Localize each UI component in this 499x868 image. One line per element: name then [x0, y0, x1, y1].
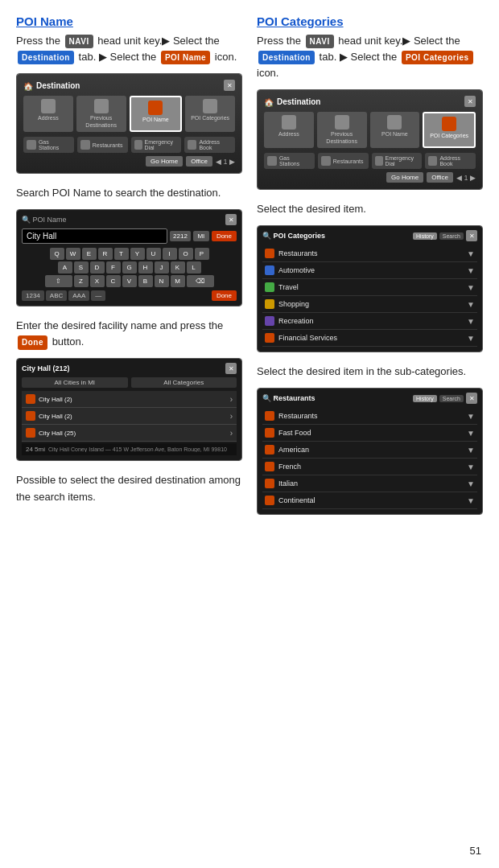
key-k[interactable]: K	[171, 261, 185, 274]
results-title: City Hall (212)	[22, 364, 70, 372]
kbd-mode-dash[interactable]: —	[91, 290, 105, 301]
poi-cat-item-restaurants[interactable]: Restaurants ▼	[262, 245, 477, 262]
key-s[interactable]: S	[74, 261, 89, 274]
recreation-color	[265, 316, 274, 326]
key-y[interactable]: Y	[130, 248, 145, 260]
key-l[interactable]: L	[187, 261, 201, 274]
filter-cities[interactable]: All Cities in MI	[22, 377, 128, 388]
key-m[interactable]: M	[171, 275, 185, 287]
sub-cat-close-btn[interactable]	[466, 393, 477, 404]
result-arrow-2: ›	[230, 412, 233, 421]
results-filters: All Cities in MI All Categories	[22, 377, 237, 388]
key-q[interactable]: Q	[50, 248, 64, 260]
kbd-mode-abc[interactable]: ABC	[46, 290, 67, 301]
poi-cat-tab-history[interactable]: History	[413, 232, 437, 240]
key-w[interactable]: W	[66, 248, 80, 260]
poi-cat-item-financial[interactable]: Financial Services ▼	[262, 330, 477, 347]
emergency-btn[interactable]: Emergency Dial	[131, 137, 182, 153]
result-item-1[interactable]: City Hall (2) ›	[22, 391, 237, 408]
right-go-home-btn[interactable]: Go Home	[386, 172, 423, 183]
key-v[interactable]: V	[122, 275, 137, 287]
poi-cat-tab-search[interactable]: Search	[439, 232, 464, 240]
dest-icon-poi-cat[interactable]: POI Categories	[185, 96, 235, 132]
right-para1-mid: head unit key.▶ Select the	[338, 35, 460, 47]
right-icon-poi-cat[interactable]: POI Categories	[423, 112, 476, 148]
sub-cat-item-american[interactable]: American ▼	[262, 442, 477, 459]
restaurants-btn[interactable]: Restaurants	[77, 137, 128, 153]
key-c[interactable]: C	[106, 275, 121, 287]
go-home-btn[interactable]: Go Home	[146, 156, 183, 167]
kbd-mode-num[interactable]: 1234	[22, 290, 44, 301]
dest-icon-poi-name[interactable]: POI Name	[130, 96, 183, 132]
right-dest-title: Destination	[277, 97, 320, 106]
sub-continental-arrow: ▼	[467, 496, 475, 505]
right-emergency-btn[interactable]: Emergency Dial	[372, 153, 423, 169]
sub-cat-tab-search[interactable]: Search	[439, 395, 464, 402]
right-office-btn[interactable]: Office	[427, 172, 453, 183]
left-dest-screen: Destination Address Previous Destination…	[17, 74, 241, 173]
right-close-icon	[468, 98, 473, 105]
poi-cat-item-recreation[interactable]: Recreation ▼	[262, 313, 477, 330]
kbd-header: 🔍 POI Name	[22, 214, 237, 225]
poi-cat-item-shopping[interactable]: Shopping ▼	[262, 296, 477, 313]
dest-icon-address[interactable]: Address	[23, 96, 73, 132]
kbd-done-btn-2[interactable]: Done	[212, 290, 237, 301]
key-z[interactable]: Z	[74, 275, 89, 287]
right-icon-poi-name[interactable]: POI Name	[370, 112, 420, 148]
poi-cat-item-travel[interactable]: Travel ▼	[262, 279, 477, 296]
key-i[interactable]: I	[163, 248, 177, 260]
result-item-2[interactable]: City Hall (2) ›	[22, 408, 237, 425]
right-dest-close-btn[interactable]	[464, 96, 476, 107]
key-backspace[interactable]: ⌫	[187, 275, 214, 287]
address-book-btn[interactable]: Address Book	[184, 137, 235, 153]
key-p[interactable]: P	[195, 248, 209, 260]
key-x[interactable]: X	[90, 275, 105, 287]
sub-cat-tab-history[interactable]: History	[413, 395, 437, 402]
key-e[interactable]: E	[82, 248, 97, 260]
right-gas-stations-btn[interactable]: Gas Stations	[264, 153, 315, 169]
key-h[interactable]: H	[138, 261, 153, 274]
right-para1-post: tab. ▶ Select the	[320, 51, 400, 63]
right-icon-prev-dest[interactable]: Previous Destinations	[317, 112, 367, 148]
left-para2: Search POI Name to search the destinatio…	[16, 185, 242, 201]
key-r[interactable]: R	[98, 248, 113, 260]
kbd-input[interactable]: City Hall	[22, 228, 167, 244]
dest-icon-prev-dest[interactable]: Previous Destinations	[76, 96, 126, 132]
key-a[interactable]: A	[58, 261, 72, 274]
key-b[interactable]: B	[138, 275, 153, 287]
key-j[interactable]: J	[155, 261, 169, 274]
sub-cat-item-restaurants[interactable]: Restaurants ▼	[262, 408, 477, 425]
right-para1-end: icon.	[257, 67, 278, 79]
key-f[interactable]: F	[106, 261, 121, 274]
results-header: City Hall (212)	[22, 363, 237, 374]
office-btn[interactable]: Office	[186, 156, 212, 167]
sub-cat-item-french[interactable]: French ▼	[262, 459, 477, 475]
poi-cat-item-automotive[interactable]: Automotive ▼	[262, 262, 477, 279]
results-close-btn[interactable]	[225, 363, 237, 374]
left-para1-pre: Press the	[16, 35, 60, 47]
sub-cat-item-italian[interactable]: Italian ▼	[262, 475, 477, 492]
key-u[interactable]: U	[146, 248, 161, 260]
poi-cat-close-btn[interactable]	[466, 230, 477, 241]
key-shift[interactable]: ⇧	[45, 275, 72, 287]
poi-cat-screen-title: 🔍 POI Categories	[262, 232, 325, 240]
sub-cat-item-fastfood[interactable]: Fast Food ▼	[262, 425, 477, 442]
key-o[interactable]: O	[179, 248, 193, 260]
travel-color	[265, 282, 274, 292]
kbd-close-btn[interactable]	[225, 214, 237, 225]
close-icon	[227, 82, 233, 89]
kbd-mode-aaa[interactable]: AAA	[68, 290, 89, 301]
gas-stations-btn[interactable]: Gas Stations	[23, 137, 74, 153]
right-address-book-btn[interactable]: Address Book	[425, 153, 476, 169]
kbd-done-btn[interactable]: Done	[212, 231, 237, 241]
sub-cat-item-continental[interactable]: Continental ▼	[262, 492, 477, 509]
result-item-3[interactable]: City Hall (25) ›	[22, 425, 237, 442]
key-d[interactable]: D	[90, 261, 105, 274]
right-icon-address[interactable]: Address	[264, 112, 314, 148]
dest-close-btn[interactable]	[224, 80, 235, 91]
right-restaurants-btn[interactable]: Restaurants	[318, 153, 369, 169]
key-g[interactable]: G	[122, 261, 137, 274]
key-t[interactable]: T	[114, 248, 129, 260]
filter-categories[interactable]: All Categories	[131, 377, 237, 388]
key-n[interactable]: N	[155, 275, 169, 287]
